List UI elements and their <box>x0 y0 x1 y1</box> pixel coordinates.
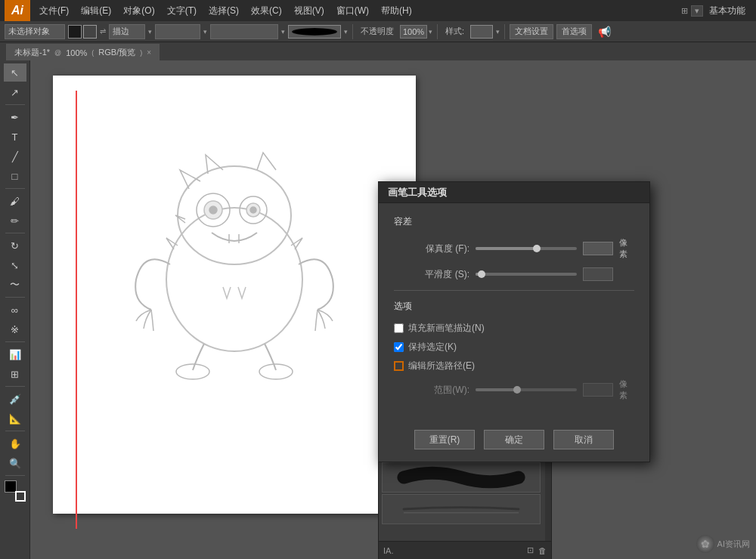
color-swatches[interactable] <box>5 480 26 502</box>
draw-mode-select[interactable]: 描边 <box>109 24 145 39</box>
tab-title: 未标题-1* <box>14 47 50 58</box>
warp-tool[interactable]: 〜 <box>4 276 26 294</box>
line-tool[interactable]: ╱ <box>4 147 26 165</box>
range-input: 6 <box>583 383 613 397</box>
style-swatch[interactable] <box>470 25 493 39</box>
view-mode-icon: ⊞ <box>678 6 691 16</box>
paintbrush-tool[interactable]: 🖌 <box>4 192 26 210</box>
brand-text: AI资讯网 <box>717 539 750 550</box>
stroke-oval <box>292 28 337 36</box>
selection-tool[interactable]: ↖ <box>4 63 26 82</box>
smoothness-input[interactable]: 0% <box>583 267 613 281</box>
tab-close-btn[interactable]: × <box>147 48 151 57</box>
panel-brush-libraries-btn[interactable]: IA. <box>383 546 393 555</box>
menu-text[interactable]: 文字(T) <box>161 2 203 20</box>
opacity-arrow[interactable]: ▾ <box>429 28 432 36</box>
menu-help[interactable]: 帮助(H) <box>375 2 418 20</box>
menu-edit[interactable]: 编辑(E) <box>75 2 117 20</box>
brush-item-3[interactable] <box>382 494 541 524</box>
style-swatch-arrow[interactable]: ▾ <box>496 28 500 36</box>
reset-btn[interactable]: 重置(R) <box>414 430 475 449</box>
brush-stroke-preview-2 <box>383 463 540 492</box>
opacity-input[interactable] <box>400 25 427 39</box>
keep-selected-label: 保持选定(K) <box>408 341 457 354</box>
stroke-color[interactable] <box>15 491 26 502</box>
edit-selected-row: 编辑所选路径(E) <box>394 360 634 372</box>
measure-tool[interactable]: 📐 <box>4 409 26 428</box>
tool-separator-4 <box>5 297 25 298</box>
fill-stroke-checkbox[interactable] <box>394 323 404 333</box>
hand-tool[interactable]: ✋ <box>4 434 26 452</box>
stroke-arrow[interactable]: ▾ <box>344 28 348 36</box>
doc-settings-btn[interactable]: 文档设置 <box>510 24 553 39</box>
tool-separator-2 <box>5 188 25 189</box>
typeface-arrow[interactable]: ▾ <box>281 28 285 36</box>
style-arrow[interactable]: ▾ <box>203 28 207 36</box>
stroke-swatch[interactable] <box>83 25 97 39</box>
type-tool[interactable]: T <box>4 128 26 146</box>
panel-delete-btn[interactable]: 🗑 <box>538 546 547 555</box>
keep-selected-checkbox[interactable] <box>394 342 404 352</box>
direct-selection-tool[interactable]: ↗ <box>4 83 26 101</box>
swap-icon[interactable]: ⇌ <box>100 27 106 36</box>
menu-select[interactable]: 选择(S) <box>203 2 245 20</box>
rect-tool[interactable]: □ <box>4 167 26 185</box>
fidelity-unit: 像素 <box>619 237 634 260</box>
fill-swatch[interactable] <box>68 25 82 39</box>
no-selection-label: 未选择对象 <box>5 24 65 39</box>
menu-file[interactable]: 文件(F) <box>33 2 75 20</box>
artboard-tool[interactable]: ⊞ <box>4 365 26 383</box>
dialog-footer: 重置(R) 确定 取消 <box>379 421 649 462</box>
canvas-area[interactable]: 画笔工具选项 容差 保真度 (F): 10 像素 平滑度 (S): <box>30 60 756 559</box>
menu-effect[interactable]: 效果(C) <box>245 2 288 20</box>
view-dropdown[interactable]: ▾ <box>691 5 703 17</box>
range-label: 范围(W): <box>394 384 469 397</box>
graph-tool[interactable]: 📊 <box>4 345 26 363</box>
zoom-tool[interactable]: 🔍 <box>4 454 26 472</box>
ok-btn[interactable]: 确定 <box>484 430 544 449</box>
app-logo: Ai <box>5 0 30 21</box>
edit-selected-checkbox-orange[interactable] <box>394 361 404 371</box>
typeface-box <box>210 24 278 39</box>
artboard <box>53 76 416 514</box>
tool-separator-7 <box>5 431 25 431</box>
stroke-preview[interactable] <box>288 25 341 39</box>
smoothness-slider[interactable] <box>476 273 577 276</box>
pen-tool[interactable]: ✒ <box>4 108 26 126</box>
artboard-bleed-line <box>76 91 77 529</box>
dialog-title-text: 画笔工具选项 <box>388 186 447 199</box>
edit-selected-label: 编辑所选路径(E) <box>408 360 475 372</box>
toolbox: ↖ ↗ ✒ T ╱ □ 🖌 ✏ ↻ ⤡ 〜 ∞ ※ 📊 ⊞ 💉 📐 ✋ 🔍 <box>0 60 30 559</box>
smoothness-thumb[interactable] <box>478 270 485 278</box>
scale-tool[interactable]: ⤡ <box>4 256 26 274</box>
draw-mode-arrow[interactable]: ▾ <box>148 28 152 36</box>
workspace-label[interactable]: 基本功能 <box>703 2 751 20</box>
pencil-tool[interactable]: ✏ <box>4 212 26 230</box>
style-label: 样式: <box>442 26 467 37</box>
range-thumb <box>513 386 521 394</box>
brand-watermark: ✿ AI资讯网 <box>696 535 750 553</box>
preferences-btn[interactable]: 首选项 <box>556 24 592 39</box>
rotate-tool[interactable]: ↻ <box>4 236 26 255</box>
menu-object[interactable]: 对象(O) <box>117 2 160 20</box>
brand-icon: ✿ <box>696 535 714 553</box>
document-tab[interactable]: 未标题-1* @ 100% ( RGB/预览 ) × <box>6 44 160 60</box>
tool-separator-3 <box>5 233 25 233</box>
fidelity-fill <box>476 247 536 250</box>
svg-point-7 <box>250 207 256 213</box>
fill-stroke-row: 填充新画笔描边(N) <box>394 322 634 335</box>
fidelity-slider[interactable] <box>476 247 577 250</box>
panel-new-brush-btn[interactable]: ⊡ <box>527 545 534 555</box>
menu-view[interactable]: 视图(V) <box>288 2 330 20</box>
tool-separator-6 <box>5 386 25 387</box>
blend-tool[interactable]: ∞ <box>4 301 26 319</box>
fidelity-input[interactable]: 10 <box>583 242 613 255</box>
symbol-tool[interactable]: ※ <box>4 320 26 338</box>
fidelity-thumb[interactable] <box>533 245 541 252</box>
cancel-btn[interactable]: 取消 <box>553 430 614 449</box>
brush-item-2[interactable] <box>382 462 541 493</box>
brush-dialog-title-bar[interactable]: 画笔工具选项 <box>379 182 649 203</box>
brush-stroke-preview-3 <box>383 495 540 523</box>
eyedropper-tool[interactable]: 💉 <box>4 390 26 408</box>
menu-window[interactable]: 窗口(W) <box>330 2 375 20</box>
